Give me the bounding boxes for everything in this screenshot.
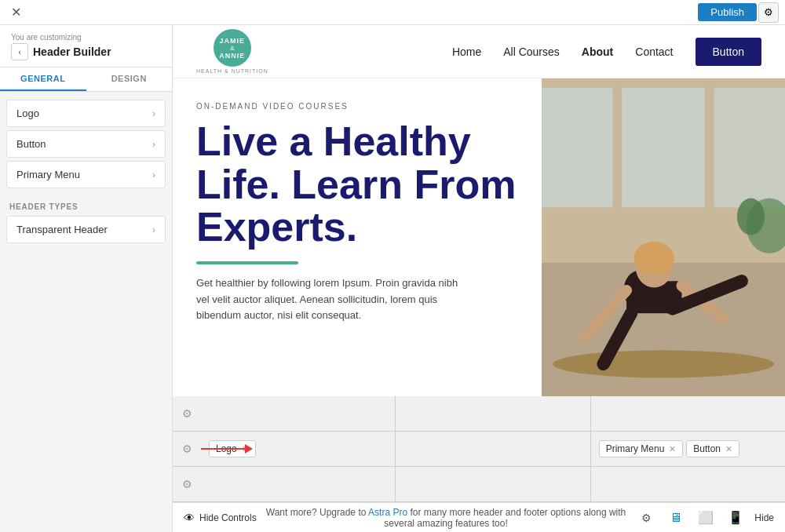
- builder-tag-button: Button ✕: [686, 440, 739, 457]
- gear-icon[interactable]: ⚙: [182, 407, 192, 420]
- builder-tag-primary-menu: Primary Menu ✕: [599, 440, 684, 457]
- builder-tag-primary-menu-label: Primary Menu: [606, 443, 665, 454]
- builder-col-2-3[interactable]: Primary Menu ✕ Button ✕: [591, 432, 785, 466]
- sidebar-tabs: GENERAL DESIGN: [0, 67, 172, 92]
- site-header: JAMIE & ANNIE HEALTH & NUTRITION Home Al…: [173, 25, 785, 78]
- logo-circle: JAMIE & ANNIE: [214, 29, 251, 67]
- svg-rect-2: [542, 88, 612, 208]
- logo-name-bottom: ANNIE: [219, 52, 245, 60]
- builder-tag-logo: Logo ✕: [209, 440, 256, 457]
- sidebar-title-row: ‹ Header Builder: [11, 43, 161, 60]
- nav-all-courses[interactable]: All Courses: [503, 46, 560, 58]
- bottom-bar-right: ⚙ 🖥 ⬜ 📱 Hide: [635, 507, 774, 529]
- publish-button[interactable]: Publish: [698, 3, 757, 21]
- yoga-figure-svg: [542, 78, 785, 396]
- hero-underline-decoration: [196, 261, 298, 264]
- transparent-header-label: Transparent Header: [16, 224, 108, 235]
- nav-button[interactable]: Button: [696, 38, 761, 66]
- builder-tag-button-close[interactable]: ✕: [725, 444, 732, 454]
- svg-rect-4: [714, 88, 785, 208]
- chevron-right-icon: ›: [152, 108, 155, 119]
- bottom-settings-button[interactable]: ⚙: [635, 507, 657, 529]
- hide-controls-button[interactable]: Hide Controls: [199, 512, 257, 523]
- device-tablet-button[interactable]: ⬜: [695, 507, 717, 529]
- preview-area: JAMIE & ANNIE HEALTH & NUTRITION Home Al…: [173, 25, 785, 532]
- top-bar-publish: Publish ⚙: [698, 2, 779, 23]
- builder-tag-primary-menu-close[interactable]: ✕: [669, 444, 676, 454]
- gear-icon[interactable]: ⚙: [182, 443, 192, 455]
- sidebar-you-are-label: You are customizing: [11, 33, 161, 42]
- sidebar-items-section: Logo › Button › Primary Menu ›: [0, 92, 172, 195]
- site-nav: Home All Courses About Contact Button: [452, 38, 761, 66]
- hero-image: [542, 78, 785, 396]
- sidebar-header: You are customizing ‹ Header Builder: [0, 25, 172, 67]
- bottom-message-suffix: for many more header and footer options …: [384, 507, 626, 529]
- chevron-right-icon: ›: [152, 139, 155, 150]
- nav-contact[interactable]: Contact: [635, 46, 673, 58]
- svg-point-7: [553, 350, 774, 377]
- sidebar-item-primary-menu-label: Primary Menu: [16, 169, 80, 180]
- builder-tag-logo-close[interactable]: ✕: [242, 444, 249, 454]
- hero-content: ON-DEMAND VIDEO COURSES Live a Healthy L…: [173, 78, 542, 396]
- row-handle-2: ⚙: [173, 443, 201, 455]
- eye-icon: 👁: [184, 512, 195, 524]
- tab-general[interactable]: GENERAL: [0, 67, 86, 91]
- bottom-bar-center: Want more? Upgrade to Astra Pro for many…: [257, 507, 636, 529]
- builder-tag-button-label: Button: [693, 443, 721, 454]
- settings-button[interactable]: ⚙: [758, 2, 779, 23]
- builder-row-3: ⚙: [173, 467, 785, 502]
- hero-description: Get healthier by following lorem Ipsum. …: [196, 275, 463, 324]
- svg-point-15: [633, 242, 674, 275]
- astra-pro-link[interactable]: Astra Pro: [368, 507, 407, 518]
- builder-col-2-1[interactable]: Logo ✕: [201, 432, 396, 466]
- hide-button[interactable]: Hide: [754, 512, 774, 523]
- sidebar-item-primary-menu[interactable]: Primary Menu ›: [6, 161, 166, 188]
- back-button[interactable]: ‹: [11, 43, 28, 60]
- builder-col-1-2[interactable]: [396, 396, 590, 431]
- hero-tag: ON-DEMAND VIDEO COURSES: [196, 102, 518, 111]
- top-bar-left: ✕: [6, 3, 25, 22]
- row-handle-1: ⚙: [173, 407, 201, 420]
- hero-section: ON-DEMAND VIDEO COURSES Live a Healthy L…: [173, 78, 785, 396]
- builder-col-3-2[interactable]: [396, 467, 590, 501]
- device-mobile-button[interactable]: 📱: [725, 507, 747, 529]
- main-layout: You are customizing ‹ Header Builder GEN…: [0, 25, 785, 532]
- logo-name-top: JAMIE: [220, 37, 246, 45]
- builder-rows-wrapper: ⚙ ⚙ Logo ✕: [173, 396, 785, 502]
- builder-tag-logo-label: Logo: [216, 443, 237, 454]
- row-handle-3: ⚙: [173, 478, 201, 490]
- sidebar-title: Header Builder: [33, 46, 111, 58]
- builder-col-3-1[interactable]: [201, 467, 396, 501]
- sidebar-item-logo[interactable]: Logo ›: [6, 100, 166, 127]
- logo-subtitle: HEALTH & NUTRITION: [196, 68, 268, 74]
- gear-icon[interactable]: ⚙: [182, 478, 192, 490]
- sidebar-item-logo-label: Logo: [16, 107, 39, 119]
- nav-home[interactable]: Home: [452, 46, 481, 58]
- builder-col-1-3[interactable]: [591, 396, 785, 431]
- bottom-bar-left: 👁 Hide Controls: [184, 512, 257, 524]
- logo-amp: &: [230, 45, 234, 52]
- builder-row-2: ⚙ Logo ✕ Primary Menu ✕ Button: [173, 432, 785, 467]
- hero-image-bg: [542, 78, 785, 396]
- chevron-right-icon: ›: [152, 224, 155, 235]
- top-bar: ✕ Publish ⚙: [0, 0, 785, 25]
- device-desktop-button[interactable]: 🖥: [665, 507, 687, 529]
- site-logo: JAMIE & ANNIE HEALTH & NUTRITION: [196, 29, 268, 74]
- close-button[interactable]: ✕: [6, 3, 25, 22]
- builder-row-1: ⚙: [173, 396, 785, 432]
- sidebar-item-button[interactable]: Button ›: [6, 130, 166, 158]
- builder-col-2-2[interactable]: [396, 432, 590, 466]
- header-types-section: Transparent Header ›: [0, 216, 172, 246]
- chevron-right-icon: ›: [152, 169, 155, 180]
- bottom-bar: 👁 Hide Controls Want more? Upgrade to As…: [173, 502, 785, 532]
- sidebar-item-button-label: Button: [16, 138, 46, 150]
- tab-design[interactable]: DESIGN: [86, 67, 173, 91]
- sidebar: You are customizing ‹ Header Builder GEN…: [0, 25, 173, 532]
- svg-rect-3: [622, 88, 705, 208]
- builder-col-1-1[interactable]: [201, 396, 396, 431]
- bottom-message: Want more? Upgrade to: [266, 507, 367, 518]
- hero-heading: Live a Healthy Life. Learn From Experts.: [196, 120, 518, 249]
- builder-col-3-3[interactable]: [591, 467, 785, 501]
- nav-about[interactable]: About: [582, 46, 613, 58]
- sidebar-item-transparent-header[interactable]: Transparent Header ›: [6, 216, 166, 243]
